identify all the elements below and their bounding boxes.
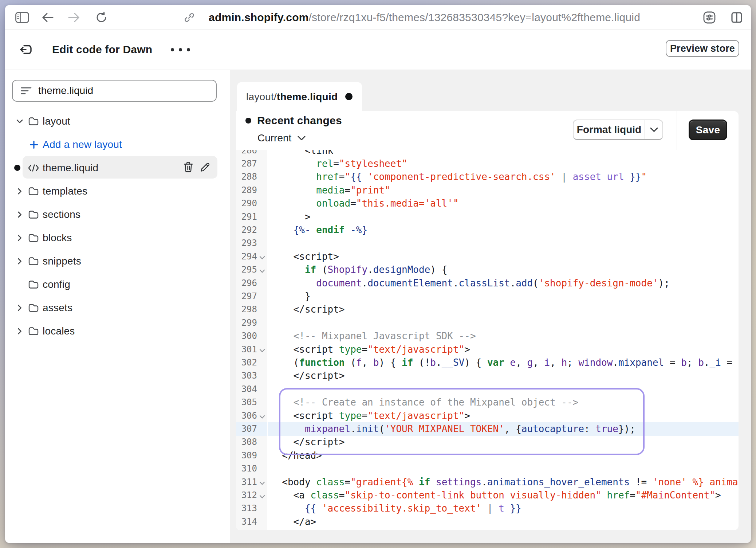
pencil-icon[interactable] [200, 162, 210, 172]
gutter-line-310: 310 [236, 462, 267, 475]
code-line-302[interactable]: (function (f, b) { if (!b.__SV) { var e,… [268, 356, 739, 369]
chevron-down-icon[interactable] [16, 110, 23, 133]
link-icon [184, 12, 195, 23]
more-actions-icon[interactable] [168, 43, 192, 56]
trash-icon[interactable] [183, 162, 193, 173]
tree-item-templates[interactable]: templates [5, 180, 231, 203]
code-line-309[interactable]: </head> [268, 449, 739, 462]
reload-icon[interactable] [95, 5, 108, 30]
code-line-305[interactable]: <!-- Create an instance of the Mixpanel … [268, 396, 739, 409]
gutter-line-300: 300 [236, 329, 267, 343]
fold-icon[interactable] [258, 492, 267, 501]
code-editor[interactable]: 2862872882892902912922932942952962972982… [236, 150, 739, 530]
chevron-right-icon[interactable] [16, 203, 23, 226]
code-line-303[interactable]: </script> [268, 369, 739, 383]
fold-icon[interactable] [258, 347, 267, 355]
folder-icon [28, 320, 39, 343]
fold-icon[interactable] [258, 254, 267, 262]
tree-item-snippets[interactable]: snippets [5, 250, 231, 273]
gutter-line-288: 288 [236, 170, 267, 184]
code-line-286[interactable]: <link [268, 150, 739, 157]
back-icon[interactable] [42, 5, 54, 30]
preview-store-button[interactable]: Preview store [666, 40, 739, 57]
code-line-289[interactable]: media="print" [268, 184, 739, 197]
code-line-310[interactable] [268, 462, 739, 475]
code-line-297[interactable]: } [268, 290, 739, 303]
forward-icon[interactable] [68, 5, 80, 30]
tree-item-blocks[interactable]: blocks [5, 226, 231, 250]
toolbar-divider [677, 111, 677, 150]
plus-icon [28, 133, 39, 156]
line-number: 299 [236, 316, 257, 330]
chevron-right-icon[interactable] [16, 296, 23, 320]
code-line-298[interactable]: </script> [268, 303, 739, 316]
version-selector[interactable]: Current [257, 132, 306, 144]
fold-icon[interactable] [258, 413, 267, 422]
code-line-311[interactable]: <body class="gradient{% if settings.anim… [268, 475, 739, 489]
line-number: 293 [236, 236, 257, 250]
line-number: 305 [236, 396, 257, 409]
chevron-right-icon[interactable] [16, 180, 23, 203]
code-line-295[interactable]: if (Shopify.designMode) { [268, 263, 739, 277]
chevron-right-icon[interactable] [16, 250, 23, 273]
code-line-313[interactable]: {{ 'accessibility.skip_to_text' | t }} [268, 502, 739, 515]
exit-icon[interactable] [20, 43, 33, 56]
line-number: 301 [236, 343, 257, 356]
address-bar[interactable]: admin.shopify.com/store/rzq1xu-f5/themes… [184, 5, 640, 30]
code-line-314[interactable]: </a> [268, 515, 739, 529]
sidebar-toggle-icon[interactable] [15, 5, 29, 30]
code-line-288[interactable]: href="{{ 'component-predictive-search.cs… [268, 170, 739, 184]
tree-item-assets[interactable]: assets [5, 296, 231, 320]
line-number: 289 [236, 184, 257, 197]
code-line-304[interactable] [268, 383, 739, 396]
tree-item-label: layout [43, 110, 70, 133]
gutter-line-290: 290 [236, 197, 267, 210]
page-settings-icon[interactable] [703, 5, 716, 30]
line-number: 291 [236, 210, 257, 224]
save-button[interactable]: Save [689, 120, 727, 140]
code-line-291[interactable]: > [268, 210, 739, 224]
fold-icon[interactable] [258, 267, 267, 275]
line-number: 294 [236, 250, 257, 263]
split-view-icon[interactable] [730, 5, 743, 30]
fold-icon[interactable] [258, 479, 267, 488]
code-line-292[interactable]: {%- endif -%} [268, 223, 739, 237]
line-number: 302 [236, 356, 257, 369]
version-label: Current [257, 132, 291, 144]
gutter-line-302: 302 [236, 356, 267, 369]
tree-item-config[interactable]: config [5, 273, 231, 296]
code-line-301[interactable]: <script type="text/javascript"> [268, 343, 739, 356]
code-line-287[interactable]: rel="stylesheet" [268, 157, 739, 171]
chevron-right-icon[interactable] [16, 226, 23, 250]
tab-theme-liquid[interactable]: layout/theme.liquid [237, 82, 362, 111]
format-liquid-button[interactable]: Format liquid [573, 120, 663, 140]
gutter-line-294: 294 [236, 250, 267, 263]
code-line-312[interactable]: <a class="skip-to-content-link button vi… [268, 489, 739, 502]
code-line-299[interactable] [268, 316, 739, 330]
code-line-293[interactable] [268, 236, 739, 250]
format-liquid-arrow[interactable] [645, 120, 662, 139]
code-line-294[interactable]: <script> [268, 250, 739, 263]
gutter-line-308: 308 [236, 435, 267, 449]
recent-changes-label: Recent changes [257, 114, 342, 127]
gutter-line-292: 292 [236, 223, 267, 237]
tree-item-theme.liquid[interactable]: theme.liquid [5, 156, 231, 180]
folder-icon [28, 273, 39, 296]
code-line-290[interactable]: onload="this.media='all'" [268, 197, 739, 210]
tree-item-locales[interactable]: locales [5, 320, 231, 343]
chevron-right-icon[interactable] [16, 320, 23, 343]
tree-item-layout[interactable]: layout [5, 110, 231, 133]
tree-item-add-a-new-layout[interactable]: Add a new layout [5, 133, 231, 156]
code-line-300[interactable]: <!-- Mixpanel Javascript SDK --> [268, 329, 739, 343]
tree-item-label: snippets [43, 250, 81, 273]
chevron-down-icon [298, 136, 306, 141]
tree-item-label: config [43, 273, 70, 296]
tree-item-sections[interactable]: sections [5, 203, 231, 226]
folder-icon [28, 296, 39, 320]
format-liquid-label[interactable]: Format liquid [574, 120, 645, 139]
code-line-296[interactable]: document.documentElement.classList.add('… [268, 277, 739, 290]
code-line-306[interactable]: <script type="text/javascript"> [268, 409, 739, 423]
code-line-308[interactable]: </script> [268, 435, 739, 449]
code-line-307[interactable]: mixpanel.init('YOUR_MIXPANEL_TOKEN', {au… [268, 422, 739, 436]
code-pane[interactable]: <link rel="stylesheet" href="{{ 'compone… [268, 150, 739, 530]
